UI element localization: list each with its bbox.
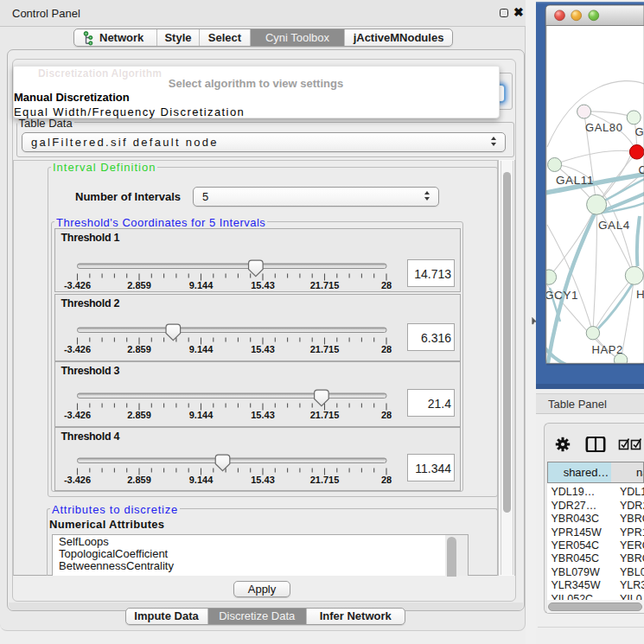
- svg-text:C: C: [639, 163, 644, 176]
- svg-text:9.144: 9.144: [188, 475, 213, 485]
- svg-text:GCY1: GCY1: [545, 289, 578, 302]
- svg-text:28: 28: [380, 280, 391, 290]
- svg-text:-3.426: -3.426: [63, 475, 90, 485]
- svg-text:21.715: 21.715: [309, 280, 339, 290]
- svg-text:2.859: 2.859: [127, 280, 151, 290]
- svg-text:G.: G.: [635, 125, 644, 138]
- svg-text:-3.426: -3.426: [63, 410, 90, 420]
- svg-text:GAL11: GAL11: [556, 174, 594, 187]
- svg-text:9.144: 9.144: [188, 410, 213, 420]
- svg-text:2.859: 2.859: [127, 475, 151, 485]
- svg-text:15.43: 15.43: [251, 475, 275, 485]
- svg-text:-3.426: -3.426: [63, 280, 90, 290]
- svg-text:9.144: 9.144: [188, 344, 213, 354]
- svg-text:GAL4: GAL4: [598, 219, 630, 232]
- svg-text:21.715: 21.715: [309, 410, 339, 420]
- svg-text:15.43: 15.43: [251, 410, 275, 420]
- svg-text:2.859: 2.859: [127, 344, 151, 354]
- svg-text:28: 28: [380, 344, 391, 354]
- svg-text:21.715: 21.715: [309, 344, 339, 354]
- svg-text:21.715: 21.715: [309, 475, 339, 485]
- svg-text:9.144: 9.144: [188, 280, 213, 290]
- svg-text:15.43: 15.43: [251, 344, 275, 354]
- svg-text:28: 28: [380, 475, 391, 485]
- svg-text:15.43: 15.43: [251, 280, 275, 290]
- svg-text:GAL80: GAL80: [585, 121, 622, 134]
- svg-text:28: 28: [380, 410, 391, 420]
- svg-text:H: H: [636, 288, 644, 301]
- svg-text:-3.426: -3.426: [63, 344, 90, 354]
- svg-text:2.859: 2.859: [127, 410, 151, 420]
- svg-text:HAP2: HAP2: [592, 343, 623, 356]
